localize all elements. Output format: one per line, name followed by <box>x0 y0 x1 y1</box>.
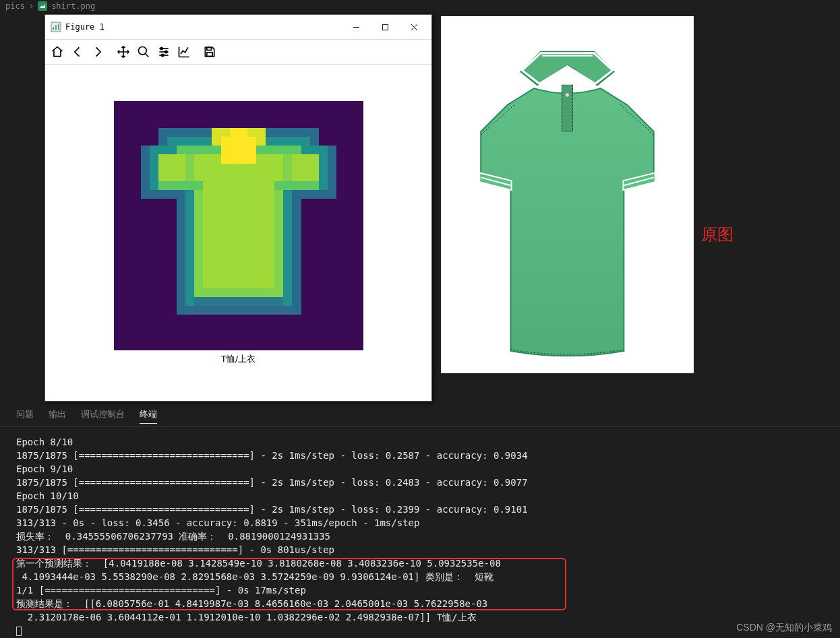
image-file-icon <box>38 1 47 11</box>
terminal-line: 313/313 [==============================]… <box>16 544 334 555</box>
svg-rect-31 <box>292 154 319 181</box>
forward-icon[interactable] <box>88 42 107 61</box>
svg-rect-35 <box>220 136 256 163</box>
terminal-line: 预测结果是： [[6.0805756e-01 4.8419987e-03 8.4… <box>16 598 487 609</box>
svg-rect-18 <box>207 53 212 57</box>
terminal-line: 1/1 [==============================] - 0… <box>16 585 306 596</box>
back-icon[interactable] <box>68 42 87 61</box>
terminal-line: 313/313 - 0s - loss: 0.3456 - accuracy: … <box>16 517 419 528</box>
window-title: Figure 1 <box>65 22 104 32</box>
window-titlebar[interactable]: Figure 1 <box>45 15 431 40</box>
svg-rect-38 <box>185 305 292 314</box>
terminal-line: 4.1093444e-03 5.5538290e-08 2.8291568e-0… <box>16 571 493 582</box>
svg-point-16 <box>162 54 164 56</box>
svg-rect-2 <box>53 27 54 30</box>
svg-point-9 <box>139 47 147 55</box>
original-image-label: 原图 <box>701 224 733 245</box>
terminal-line: 2.3120178e-06 3.6044112e-01 1.1912010e-1… <box>16 612 477 623</box>
breadcrumb: pics › shirt.png <box>0 0 840 12</box>
tab-terminal[interactable]: 终端 <box>140 406 157 424</box>
svg-rect-17 <box>207 47 212 50</box>
svg-point-15 <box>165 51 167 53</box>
original-image-panel <box>441 16 694 373</box>
breadcrumb-separator: › <box>29 1 34 11</box>
tab-debug-console[interactable]: 调试控制台 <box>81 406 125 424</box>
svg-rect-30 <box>158 154 185 181</box>
svg-point-14 <box>160 47 162 49</box>
save-icon[interactable] <box>200 42 219 61</box>
figure-window: Figure 1 <box>44 14 432 402</box>
svg-rect-41 <box>562 85 573 131</box>
breadcrumb-folder[interactable]: pics <box>5 1 25 11</box>
tab-problems[interactable]: 问题 <box>16 406 34 424</box>
watermark: CSDN @无知的小菜鸡 <box>736 622 832 634</box>
zoom-icon[interactable] <box>134 42 153 61</box>
maximize-button[interactable] <box>371 18 400 36</box>
svg-line-10 <box>146 54 149 57</box>
svg-marker-0 <box>40 4 45 8</box>
terminal-line: Epoch 8/10 <box>16 437 73 447</box>
terminal-output[interactable]: Epoch 8/10 1875/1875 [==================… <box>0 423 840 638</box>
matplotlib-toolbar <box>45 40 431 65</box>
home-icon[interactable] <box>48 42 67 61</box>
configure-icon[interactable] <box>154 42 173 61</box>
minimize-button[interactable] <box>342 18 371 36</box>
edit-axes-icon[interactable] <box>175 42 193 61</box>
svg-point-44 <box>566 93 570 97</box>
svg-rect-4 <box>58 24 59 30</box>
terminal-line: 1875/1875 [=============================… <box>16 477 528 488</box>
terminal-line: Epoch 10/10 <box>16 490 79 501</box>
app-icon <box>51 22 61 32</box>
pan-icon[interactable] <box>114 42 133 61</box>
plot-area: T恤/上衣 <box>45 65 431 401</box>
heatmap-image <box>114 101 363 350</box>
terminal-line: 1875/1875 [=============================… <box>16 450 528 461</box>
tab-output[interactable]: 输出 <box>49 406 66 424</box>
terminal-line: 第一个预测结果： [4.0419188e-08 3.1428549e-10 3.… <box>16 558 501 569</box>
terminal-cursor <box>16 627 22 636</box>
terminal-line: Epoch 9/10 <box>16 464 73 474</box>
terminal-line: 损失率： 0.34555506706237793 准确率： 0.88190001… <box>16 531 330 542</box>
svg-rect-6 <box>382 24 388 30</box>
svg-rect-33 <box>203 181 274 288</box>
breadcrumb-file[interactable]: shirt.png <box>51 1 95 11</box>
plot-caption: T恤/上衣 <box>221 353 256 365</box>
svg-rect-3 <box>55 25 57 30</box>
shirt-image <box>441 16 694 373</box>
close-button[interactable] <box>400 18 429 36</box>
svg-rect-36 <box>229 127 247 136</box>
terminal-line: 1875/1875 [=============================… <box>16 504 528 515</box>
